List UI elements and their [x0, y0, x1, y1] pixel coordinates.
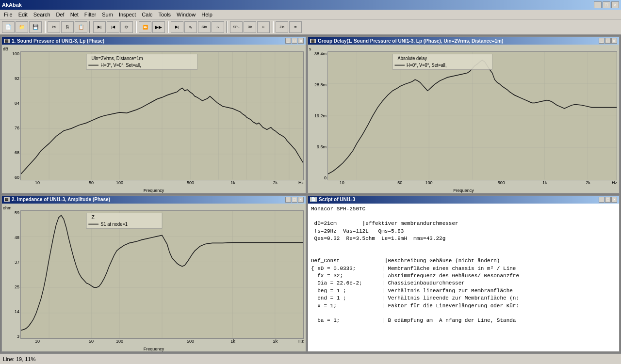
toolbar-sep5: [226, 21, 228, 33]
script-close[interactable]: ×: [611, 197, 617, 203]
close-button[interactable]: ×: [611, 1, 619, 8]
svg-text:S1 at node=1: S1 at node=1: [100, 221, 128, 227]
toolbar-open[interactable]: 📁: [16, 21, 28, 33]
toolbar-sep3: [135, 21, 137, 33]
chart1-y-labels: 100 92 84 76 68 60: [3, 51, 19, 180]
chart3-x-title: Frequency: [144, 347, 164, 351]
chart1-graph: Uin=2Vrms, Distance=1m H=0°, V=0°, Set=a…: [20, 51, 304, 180]
chart3-title: 2. Impedance of UNI1-3, Amplitude (Phase…: [12, 197, 110, 202]
menu-window[interactable]: Window: [174, 11, 198, 18]
menu-calc[interactable]: Calc: [139, 11, 155, 18]
toolbar-spl[interactable]: SPL: [230, 21, 243, 33]
menu-def[interactable]: Def: [53, 11, 67, 18]
toolbar-sep6: [272, 21, 274, 33]
toolbar-btn5[interactable]: ▶▶: [152, 21, 165, 33]
script-window: 📄 Script of UNI1-3 _ □ × Monacor SPH-250…: [307, 195, 620, 353]
menu-bar: File Edit Search Def Net Filter Sum Insp…: [0, 10, 621, 19]
chart3-titlebar: ▤ 2. Impedance of UNI1-3, Amplitude (Pha…: [2, 196, 306, 204]
chart3-maximize[interactable]: □: [292, 197, 297, 203]
chart3-minimize[interactable]: _: [285, 197, 291, 203]
menu-edit[interactable]: Edit: [16, 11, 31, 18]
chart2-maximize[interactable]: □: [605, 38, 611, 44]
toolbar-sin[interactable]: Sin: [198, 21, 211, 33]
toolbar-btn1[interactable]: ▶|: [93, 21, 106, 33]
minimize-button[interactable]: _: [594, 1, 602, 8]
chart3-y-labels: 59 48 37 25 14 3: [3, 210, 19, 339]
toolbar-dir[interactable]: Dir: [244, 21, 256, 33]
chart1-window: ▤ 1. Sound Pressure of UNI1-3, Lp (Phase…: [1, 36, 307, 194]
chart2-titlebar-btns[interactable]: _ □ ×: [599, 38, 617, 44]
toolbar-zin[interactable]: Zin: [276, 21, 288, 33]
toolbar-cut[interactable]: ✂: [48, 21, 60, 33]
menu-help[interactable]: Help: [198, 11, 215, 18]
toolbar-sep1: [44, 21, 46, 33]
maximize-button[interactable]: □: [603, 1, 610, 8]
right-panel: ▤ Group Delay(1. Sound Pressure of UNI1-…: [307, 36, 620, 352]
menu-inspect[interactable]: Inspect: [116, 11, 139, 18]
script-title: Script of UNI1-3: [319, 197, 355, 202]
chart2-close[interactable]: ×: [611, 38, 617, 44]
chart1-svg: Uin=2Vrms, Distance=1m H=0°, V=0°, Set=a…: [21, 52, 303, 180]
toolbar-btn6[interactable]: ▶|: [171, 21, 183, 33]
menu-file[interactable]: File: [1, 11, 16, 18]
chart1-close[interactable]: ×: [298, 38, 304, 44]
svg-text:H=0°, V=0°, Set=all,: H=0°, V=0°, Set=all,: [407, 62, 446, 68]
status-bar: Line: 19, 11%: [0, 353, 621, 364]
script-content[interactable]: Monacor SPH-250TC dD=21cm |effektiver me…: [308, 204, 619, 352]
menu-search[interactable]: Search: [31, 11, 53, 18]
toolbar-btn2[interactable]: |◀: [107, 21, 119, 33]
menu-tools[interactable]: Tools: [155, 11, 174, 18]
chart1-y-unit: dB: [3, 47, 8, 51]
toolbar-sep2: [89, 21, 91, 33]
chart3-window: ▤ 2. Impedance of UNI1-3, Amplitude (Pha…: [1, 195, 307, 353]
chart1-maximize[interactable]: □: [292, 38, 297, 44]
chart2-window: ▤ Group Delay(1. Sound Pressure of UNI1-…: [307, 36, 620, 194]
menu-filter[interactable]: Filter: [82, 11, 99, 18]
script-icon: 📄: [310, 197, 317, 202]
chart2-y-labels: 38.4m 28.8m 19.2m 9.6m 0: [309, 51, 327, 180]
chart1-minimize[interactable]: _: [285, 38, 291, 44]
chart3-titlebar-btns[interactable]: _ □ ×: [285, 197, 304, 203]
svg-text:H=0°, V=0°, Set=all,: H=0°, V=0°, Set=all,: [100, 63, 141, 68]
script-titlebar-btns[interactable]: _ □ ×: [599, 197, 617, 203]
toolbar-btn8[interactable]: ~: [212, 21, 224, 33]
toolbar: 📄 📁 💾 ✂ ⎘ 📋 ▶| |◀ ⟳ ⏩ ▶▶ ▶| ∿ Sin ~ SPL …: [0, 19, 621, 35]
svg-text:Z: Z: [92, 214, 95, 220]
main-area: ▤ 1. Sound Pressure of UNI1-3, Lp (Phase…: [0, 35, 621, 353]
toolbar-btn7[interactable]: ∿: [184, 21, 197, 33]
toolbar-sep4: [167, 21, 169, 33]
script-maximize[interactable]: □: [605, 197, 611, 203]
chart2-icon: ▤: [310, 39, 316, 43]
toolbar-btn4[interactable]: ⏩: [139, 21, 151, 33]
chart3-y-unit: ohm: [3, 206, 12, 210]
script-titlebar: 📄 Script of UNI1-3 _ □ ×: [308, 196, 619, 204]
chart2-area: s 38.4m 28.8m 19.2m 9.6m 0: [308, 45, 619, 193]
menu-sum[interactable]: Sum: [99, 11, 116, 18]
toolbar-new[interactable]: 📄: [2, 21, 15, 33]
left-panel: ▤ 1. Sound Pressure of UNI1-3, Lp (Phase…: [1, 36, 307, 352]
chart3-svg: Z S1 at node=1: [21, 211, 303, 339]
menu-net[interactable]: Net: [67, 11, 82, 18]
title-bar-buttons[interactable]: _ □ ×: [594, 1, 619, 8]
status-text: Line: 19, 11%: [3, 356, 35, 362]
toolbar-btn10[interactable]: ≡: [289, 21, 302, 33]
script-minimize[interactable]: _: [599, 197, 605, 203]
chart3-graph: Z S1 at node=1: [20, 210, 304, 339]
chart3-close[interactable]: ×: [298, 197, 304, 203]
chart1-titlebar-btns[interactable]: _ □ ×: [285, 38, 304, 44]
svg-text:Absolute delay: Absolute delay: [398, 56, 427, 62]
toolbar-save[interactable]: 💾: [29, 21, 42, 33]
title-bar: AkAbak _ □ ×: [0, 0, 621, 10]
chart2-svg: Absolute delay H=0°, V=0°, Set=all,: [328, 52, 617, 180]
chart2-title: Group Delay(1. Sound Pressure of UNI1-3,…: [318, 38, 503, 44]
toolbar-btn3[interactable]: ⟳: [120, 21, 133, 33]
toolbar-btn9[interactable]: ≈: [257, 21, 270, 33]
chart2-graph: Absolute delay H=0°, V=0°, Set=all,: [327, 51, 617, 180]
chart2-minimize[interactable]: _: [599, 38, 605, 44]
toolbar-paste[interactable]: 📋: [75, 21, 87, 33]
toolbar-copy[interactable]: ⎘: [61, 21, 74, 33]
chart2-y-unit: s: [309, 47, 311, 51]
app-title: AkAbak: [2, 2, 22, 8]
chart2-titlebar: ▤ Group Delay(1. Sound Pressure of UNI1-…: [308, 37, 619, 45]
chart1-x-title: Frequency: [144, 188, 164, 193]
